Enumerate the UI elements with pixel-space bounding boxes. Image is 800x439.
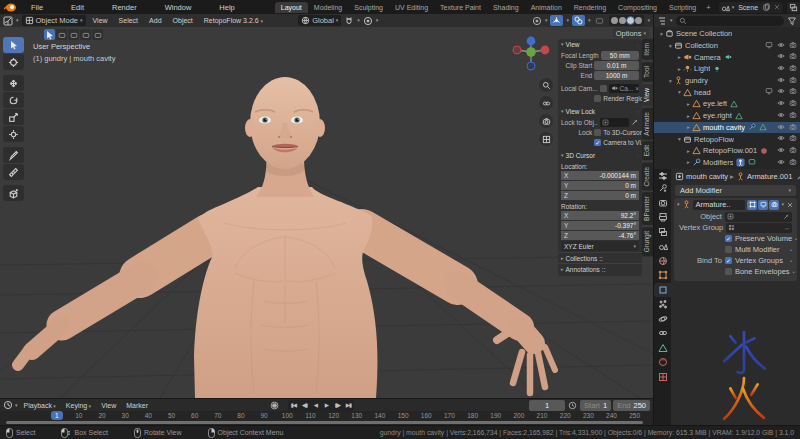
workspace-tab-animation[interactable]: Animation xyxy=(525,2,568,13)
outliner-row-camera[interactable]: ▸Camera xyxy=(654,51,800,63)
workspace-tab-sculpting[interactable]: Sculpting xyxy=(348,2,389,13)
properties-tab-scene[interactable] xyxy=(654,239,671,254)
field-focal-length[interactable]: 50 mm xyxy=(601,51,639,60)
disable-render-icon[interactable] xyxy=(789,111,797,119)
checkbox-to-3d-cursor[interactable] xyxy=(594,129,601,136)
exclude-icon[interactable] xyxy=(765,41,773,49)
outliner-row-collection[interactable]: ▾Collection xyxy=(654,40,800,52)
menu-render[interactable]: Render xyxy=(98,2,151,13)
outliner-row-modifiers[interactable]: ▸Modifiers xyxy=(654,157,800,169)
checkbox-camera-to-vi-[interactable]: ✓ xyxy=(594,139,601,146)
npanel-tab-bpainter[interactable]: BPainter xyxy=(642,192,653,225)
properties-tab-object[interactable] xyxy=(654,268,671,283)
menu-edit[interactable]: Edit xyxy=(57,2,98,13)
select-mode-option-1[interactable] xyxy=(56,29,67,40)
workspace-tab-compositing[interactable]: Compositing xyxy=(612,2,663,13)
proportional-edit-icon[interactable] xyxy=(363,16,373,26)
outliner-row-light[interactable]: ▸Light xyxy=(654,63,800,75)
properties-tab-data[interactable] xyxy=(654,341,671,356)
nav-camera-view-button[interactable] xyxy=(539,114,553,128)
frame-start-field[interactable]: Start1 xyxy=(580,400,611,411)
local-camera-checkbox[interactable] xyxy=(600,85,607,92)
tool-annotate[interactable] xyxy=(3,147,24,163)
properties-tab-modifiers[interactable] xyxy=(654,283,671,298)
properties-tab-texture[interactable] xyxy=(654,370,671,385)
jump-start-button[interactable]: ▮◀ xyxy=(288,400,299,411)
frame-end-field[interactable]: End250 xyxy=(613,400,650,411)
disable-render-icon[interactable] xyxy=(789,52,797,60)
current-frame-field[interactable]: 1 xyxy=(529,400,565,411)
hide-eye-icon[interactable] xyxy=(777,76,785,84)
tool-cursor[interactable] xyxy=(3,54,24,70)
axis-field[interactable]: Z0 m xyxy=(561,191,639,200)
outliner-row-mouth-cavity[interactable]: ▸mouth cavity xyxy=(654,122,800,134)
local-camera-field[interactable]: Ca...× xyxy=(609,84,640,93)
shading-solid[interactable] xyxy=(619,17,626,24)
outliner-row-eye-left[interactable]: ▸eye.left xyxy=(654,98,800,110)
workspace-tab-shading[interactable]: Shading xyxy=(487,2,525,13)
outliner-row-retopoflow-001[interactable]: ▸RetopoFlow.001 xyxy=(654,145,800,157)
properties-tab-output[interactable] xyxy=(654,210,671,225)
editor-type-icon[interactable] xyxy=(3,16,13,26)
hide-eye-icon[interactable] xyxy=(777,52,785,60)
navigation-gizmo[interactable] xyxy=(511,35,551,77)
axis-field[interactable]: X92.2° xyxy=(561,211,639,220)
hide-eye-icon[interactable] xyxy=(777,87,785,95)
modifier-name-field[interactable]: Armature.. xyxy=(693,200,746,210)
properties-tab-material[interactable] xyxy=(654,355,671,370)
npanel-section-3d-cursor[interactable]: ▾3D Cursor:: xyxy=(558,150,642,161)
jump-end-button[interactable]: ▶▮ xyxy=(343,400,354,411)
workspace-tab-texture-paint[interactable]: Texture Paint xyxy=(434,2,487,13)
auto-key-button[interactable] xyxy=(269,400,280,411)
play-reverse-button[interactable]: ◀ xyxy=(310,400,321,411)
disable-render-icon[interactable] xyxy=(789,99,797,107)
toggle-edit-mode[interactable] xyxy=(747,200,757,210)
tool-add-cube[interactable] xyxy=(3,185,24,201)
nav-zoom-button[interactable] xyxy=(539,78,553,92)
menu-window[interactable]: Window xyxy=(151,2,206,13)
viewport-menu-add[interactable]: Add xyxy=(145,17,165,24)
properties-tab-viewlayer[interactable] xyxy=(654,225,671,240)
outliner-row-gundry[interactable]: ▾gundry xyxy=(654,75,800,87)
view-layer-selector[interactable]: ▾View Layer xyxy=(787,2,800,13)
properties-tab-world[interactable] xyxy=(654,254,671,269)
tool-measure[interactable] xyxy=(3,164,24,180)
toggle-realtime[interactable] xyxy=(758,200,768,210)
npanel-tab-item[interactable]: Item xyxy=(642,39,653,60)
retopoflow-menu[interactable]: RetopoFlow 3.2.6 ▾ xyxy=(200,17,267,24)
hide-eye-icon[interactable] xyxy=(777,123,785,131)
menu-file[interactable]: File xyxy=(17,2,57,13)
shading-wireframe[interactable] xyxy=(611,17,618,24)
outliner-editor-icon[interactable] xyxy=(657,16,667,26)
scene-unlink-icon[interactable] xyxy=(773,3,781,11)
select-mode-option-3[interactable] xyxy=(80,29,91,40)
options-button[interactable]: Options▾ xyxy=(613,28,649,38)
npanel-tab-tool[interactable]: Tool xyxy=(642,62,653,82)
npanel-section-collections[interactable]: ▸Collections:: xyxy=(558,252,642,263)
lock-object-field[interactable] xyxy=(600,118,630,127)
disable-render-icon[interactable] xyxy=(789,76,797,84)
tool-scale[interactable] xyxy=(3,109,24,125)
play-button[interactable]: ▶ xyxy=(321,400,332,411)
npanel-tab-create[interactable]: Create xyxy=(642,163,653,191)
modifier-object-field[interactable] xyxy=(725,212,792,222)
hide-eye-icon[interactable] xyxy=(777,134,785,142)
npanel-tab-edit[interactable]: Edit xyxy=(642,141,653,160)
scene-selector[interactable]: ▾Scene xyxy=(719,2,783,13)
viewport-menu-object[interactable]: Object xyxy=(169,17,197,24)
workspace-tab-rendering[interactable]: Rendering xyxy=(568,2,612,13)
axis-field[interactable]: Z-4.76° xyxy=(561,231,639,240)
axis-field[interactable]: X-0.000144 m xyxy=(561,171,639,180)
timeline-menu-marker[interactable]: Marker xyxy=(122,402,152,409)
show-gizmo-toggle[interactable] xyxy=(550,15,563,26)
properties-tab-constraints[interactable] xyxy=(654,326,671,341)
modifier-close-icon[interactable] xyxy=(786,201,794,209)
toggle-render[interactable] xyxy=(769,200,779,210)
blender-logo[interactable] xyxy=(4,3,17,12)
timeline-menu-view[interactable]: View xyxy=(97,402,120,409)
use-preview-range-icon[interactable] xyxy=(567,400,578,411)
hide-eye-icon[interactable] xyxy=(777,111,785,119)
viewport-menu-select[interactable]: Select xyxy=(115,17,142,24)
modifier-vertex-group-field[interactable]: ↔ xyxy=(726,223,792,233)
current-frame-indicator[interactable]: 1 xyxy=(51,411,63,420)
